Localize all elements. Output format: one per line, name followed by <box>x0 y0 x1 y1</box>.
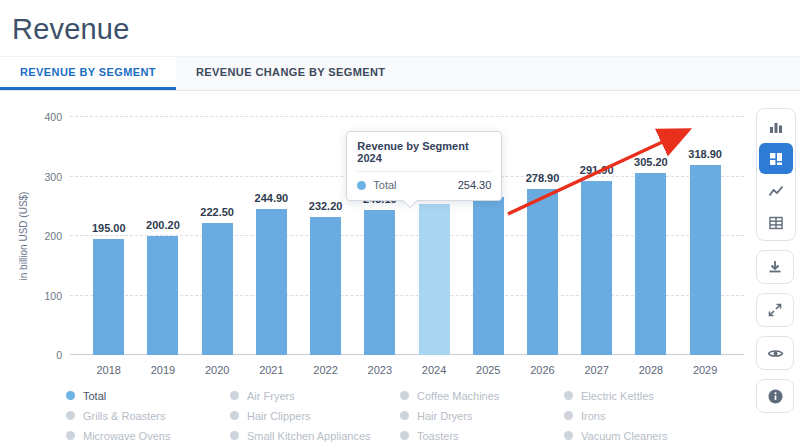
chart-legend: TotalGrills & RoastersMicrowave OvensAir… <box>66 387 800 444</box>
y-tick-label: 400 <box>32 111 62 123</box>
download-icon[interactable] <box>756 250 794 284</box>
legend-dot <box>230 431 239 440</box>
data-table-icon[interactable] <box>759 207 793 238</box>
x-tick-label: 2028 <box>639 364 663 376</box>
x-tick-label: 2022 <box>313 364 337 376</box>
legend-dot <box>400 431 409 440</box>
y-tick-label: 300 <box>32 171 62 183</box>
legend-label: Vacuum Cleaners <box>581 430 668 442</box>
legend-label: Microwave Ovens <box>83 430 170 442</box>
bar-value-label: 244.90 <box>255 192 289 204</box>
bar-column[interactable]: 222.502020 <box>202 117 233 355</box>
tab-revenue-change-by-segment[interactable]: REVENUE CHANGE BY SEGMENT <box>176 57 406 90</box>
bar-value-label: 305.20 <box>634 156 668 168</box>
x-tick-label: 2021 <box>259 364 283 376</box>
bar-column[interactable]: 244.902021 <box>256 117 287 355</box>
legend-label: Hair Dryers <box>417 410 473 422</box>
tab-bar: REVENUE BY SEGMENT REVENUE CHANGE BY SEG… <box>0 56 800 91</box>
legend-dot <box>564 431 573 440</box>
x-tick-label: 2025 <box>476 364 500 376</box>
bar-column[interactable]: 278.902026 <box>527 117 558 355</box>
bar-column[interactable]: 232.202022 <box>310 117 341 355</box>
legend-item[interactable]: Hair Clippers <box>230 407 400 424</box>
x-tick-label: 2029 <box>693 364 717 376</box>
legend-dot <box>230 411 239 420</box>
x-tick-label: 2026 <box>530 364 554 376</box>
y-tick-label: 0 <box>32 349 62 361</box>
bar[interactable]: 291.90 <box>581 181 612 355</box>
chart-tooltip: Revenue by Segment 2024 Total 254.30 <box>346 131 502 201</box>
legend-dot <box>66 391 75 400</box>
column-chart-icon[interactable] <box>759 111 793 142</box>
bar-value-label: 278.90 <box>526 172 560 184</box>
tooltip-row: Total 254.30 <box>357 179 491 191</box>
bar[interactable]: 318.90 <box>690 165 721 355</box>
legend-item[interactable]: Irons <box>564 407 728 424</box>
bar[interactable]: 232.20 <box>310 217 341 355</box>
bar-value-label: 195.00 <box>92 222 126 234</box>
legend-label: Electric Kettles <box>581 390 654 402</box>
bar[interactable]: 244.90 <box>256 209 287 355</box>
x-tick-label: 2020 <box>205 364 229 376</box>
x-tick-label: 2024 <box>422 364 446 376</box>
bar-value-label: 200.20 <box>146 219 180 231</box>
x-tick-label: 2019 <box>151 364 175 376</box>
line-chart-icon[interactable] <box>759 175 793 206</box>
bar-column[interactable]: 291.902027 <box>581 117 612 355</box>
bar[interactable]: 278.90 <box>527 189 558 355</box>
legend-dot <box>230 391 239 400</box>
bar[interactable]: 222.50 <box>202 223 233 355</box>
bar[interactable]: 200.20 <box>147 236 178 355</box>
legend-label: Air Fryers <box>247 390 295 402</box>
legend-dot <box>564 411 573 420</box>
legend-item[interactable]: Microwave Ovens <box>66 427 230 444</box>
chart-plot-area: 4003002001000 in billion USD (US$) 195.0… <box>70 117 744 355</box>
legend-label: Irons <box>581 410 605 422</box>
legend-dot <box>400 391 409 400</box>
legend-item[interactable]: Electric Kettles <box>564 387 728 404</box>
tooltip-value: 254.30 <box>458 179 492 191</box>
bar-column[interactable]: 200.202019 <box>147 117 178 355</box>
bar[interactable]: 305.20 <box>635 173 666 355</box>
legend-item[interactable]: Hair Dryers <box>400 407 564 424</box>
page-title: Revenue <box>12 13 800 46</box>
bar-highlighted[interactable] <box>419 204 450 355</box>
legend-item[interactable]: Vacuum Cleaners <box>564 427 728 444</box>
bar-value-label: 222.50 <box>200 206 234 218</box>
bar[interactable]: 195.00 <box>93 239 124 355</box>
legend-item[interactable]: Coffee Machines <box>400 387 564 404</box>
info-icon[interactable] <box>756 379 794 413</box>
legend-label: Hair Clippers <box>247 410 311 422</box>
legend-label: Grills & Roasters <box>83 410 166 422</box>
bar-column[interactable]: 318.902029 <box>690 117 721 355</box>
bar[interactable] <box>473 197 504 355</box>
segment-chart-icon[interactable] <box>759 143 793 174</box>
legend-dot <box>66 411 75 420</box>
tooltip-series-label: Total <box>373 179 396 191</box>
page-header: Revenue <box>0 0 800 56</box>
bar-value-label: 291.90 <box>580 164 614 176</box>
y-tick-label: 200 <box>32 230 62 242</box>
legend-dot <box>400 411 409 420</box>
fullscreen-icon[interactable] <box>756 293 794 327</box>
bar-value-label: 232.20 <box>309 200 343 212</box>
bar-value-label: 318.90 <box>688 148 722 160</box>
x-tick-label: 2027 <box>584 364 608 376</box>
legend-dot <box>564 391 573 400</box>
legend-item[interactable]: Toasters <box>400 427 564 444</box>
eye-icon[interactable] <box>756 336 794 370</box>
y-tick-label: 100 <box>32 290 62 302</box>
x-tick-label: 2023 <box>368 364 392 376</box>
bar[interactable]: 243.10 <box>364 210 395 355</box>
legend-label: Toasters <box>417 430 459 442</box>
y-axis-label: in billion USD (US$) <box>18 192 29 281</box>
legend-dot <box>66 431 75 440</box>
legend-item[interactable]: Small Kitchen Appliances <box>230 427 400 444</box>
legend-item[interactable]: Grills & Roasters <box>66 407 230 424</box>
legend-item[interactable]: Air Fryers <box>230 387 400 404</box>
legend-item[interactable]: Total <box>66 387 230 404</box>
bar-column[interactable]: 305.202028 <box>635 117 666 355</box>
chart-toolbar <box>756 108 796 413</box>
bar-column[interactable]: 195.002018 <box>93 117 124 355</box>
tab-revenue-by-segment[interactable]: REVENUE BY SEGMENT <box>0 57 176 90</box>
